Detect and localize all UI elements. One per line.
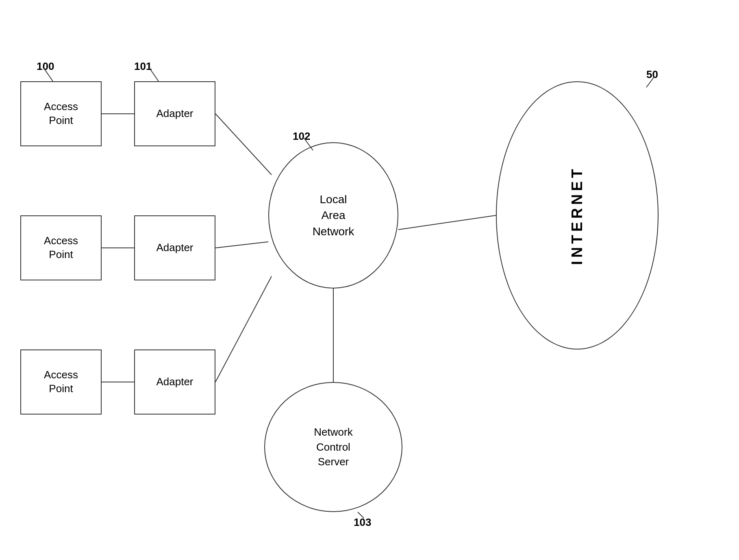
ref-102: 102 <box>293 130 310 143</box>
internet-label: INTERNET <box>569 166 586 265</box>
ref-103: 103 <box>354 516 371 529</box>
lan-label: Local Area Network <box>313 191 354 239</box>
adapter-2-label: Adapter <box>156 241 193 255</box>
ref-101: 101 <box>134 60 152 73</box>
ref-100: 100 <box>37 60 54 73</box>
adapter-1-label: Adapter <box>156 107 193 121</box>
access-point-3: Access Point <box>20 349 102 415</box>
svg-line-5 <box>215 276 272 382</box>
svg-line-6 <box>398 215 496 230</box>
access-point-2-label: Access Point <box>44 234 78 262</box>
adapter-3: Adapter <box>134 349 215 415</box>
access-point-1: Access Point <box>20 81 102 146</box>
ncs-node: Network Control Server <box>264 382 402 512</box>
access-point-1-label: Access Point <box>44 100 78 128</box>
internet-node: INTERNET <box>496 81 659 349</box>
adapter-3-label: Adapter <box>156 375 193 389</box>
svg-line-3 <box>215 114 272 175</box>
svg-line-4 <box>215 242 268 248</box>
access-point-2: Access Point <box>20 215 102 280</box>
lan-node: Local Area Network <box>268 142 398 289</box>
ncs-label: Network Control Server <box>314 425 352 469</box>
diagram-container: Access Point Access Point Access Point A… <box>0 0 739 560</box>
adapter-1: Adapter <box>134 81 215 146</box>
access-point-3-label: Access Point <box>44 368 78 396</box>
adapter-2: Adapter <box>134 215 215 280</box>
ref-50: 50 <box>646 68 658 81</box>
